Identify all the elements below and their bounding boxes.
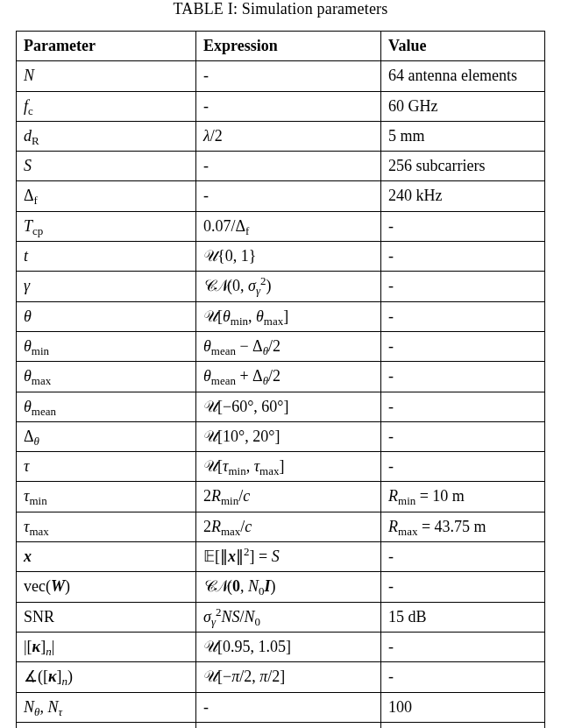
cell-expression: - (196, 722, 381, 728)
cell-expression: 𝒰[τmin, τmax] (196, 452, 381, 482)
cell-value: 240 kHz (381, 181, 545, 211)
table-row: τmax2Rmax/cRmax = 43.75 m (17, 512, 545, 541)
cell-parameter: θmax (17, 362, 196, 392)
cell-value: 256 subcarriers (381, 152, 545, 181)
cell-parameter: |[κ]n| (17, 632, 196, 661)
cell-parameter: vec(W) (17, 572, 196, 602)
cell-expression: - (196, 91, 381, 121)
cell-expression: 𝒰[θmin, θmax] (196, 301, 381, 331)
cell-value: - (381, 331, 545, 361)
cell-value: - (381, 421, 545, 451)
cell-value: - (381, 272, 545, 301)
table-row: τmin2Rmin/cRmin = 10 m (17, 482, 545, 512)
col-header-parameter: Parameter (17, 32, 196, 61)
table-body: N-64 antenna elementsfc-60 GHzdRλ/25 mmS… (17, 61, 545, 728)
table-row: ∡([κ]n)𝒰[−π/2, π/2]- (17, 662, 545, 692)
cell-expression: θmean − Δθ/2 (196, 331, 381, 361)
table-row: Δθ𝒰[10°, 20°]- (17, 421, 545, 451)
cell-parameter: ∡([κ]n) (17, 662, 196, 692)
cell-expression: λ/2 (196, 121, 381, 151)
table-row: Nθ, Nτ-100 (17, 692, 545, 722)
cell-parameter: θmin (17, 331, 196, 361)
cell-expression: 2Rmin/c (196, 482, 381, 512)
cell-expression: 𝔼[‖x‖2] = S (196, 542, 381, 572)
cell-expression: 𝒰[−60°, 60°] (196, 392, 381, 421)
table-row: Tcp0.07/Δf- (17, 211, 545, 241)
simulation-parameters-table: Parameter Expression Value N-64 antenna … (16, 31, 545, 728)
cell-parameter: Tcp (17, 211, 196, 241)
table-row: x𝔼[‖x‖2] = S- (17, 542, 545, 572)
cell-parameter: t (17, 242, 196, 272)
cell-expression: - (196, 152, 381, 181)
table-row: Δf-240 kHz (17, 181, 545, 211)
table-row: τ𝒰[τmin, τmax]- (17, 452, 545, 482)
cell-parameter: Δθ (17, 421, 196, 451)
cell-value: - (381, 362, 545, 392)
cell-expression: 𝒰{0, 1} (196, 242, 381, 272)
cell-expression: θmean + Δθ/2 (196, 362, 381, 392)
cell-parameter: Learning rate (17, 722, 196, 728)
cell-parameter: τmin (17, 482, 196, 512)
table-row: θmean𝒰[−60°, 60°]- (17, 392, 545, 421)
table-row: t𝒰{0, 1}- (17, 242, 545, 272)
cell-value: 15 dB (381, 602, 545, 632)
cell-value: - (381, 242, 545, 272)
cell-value: - (381, 542, 545, 572)
cell-parameter: S (17, 152, 196, 181)
table-row: N-64 antenna elements (17, 61, 545, 91)
cell-value: 10−2 (381, 722, 545, 728)
table-caption: TABLE I: Simulation parameters (16, 0, 545, 18)
table-row: S-256 subcarriers (17, 152, 545, 181)
table-row: θ𝒰[θmin, θmax]- (17, 301, 545, 331)
table-row: θminθmean − Δθ/2- (17, 331, 545, 361)
cell-value: 5 mm (381, 121, 545, 151)
cell-value: - (381, 662, 545, 692)
cell-expression: 2Rmax/c (196, 512, 381, 541)
table-row: |[κ]n|𝒰[0.95, 1.05]- (17, 632, 545, 661)
cell-value: 64 antenna elements (381, 61, 545, 91)
cell-value: - (381, 572, 545, 602)
cell-value: - (381, 452, 545, 482)
cell-expression: 𝒰[10°, 20°] (196, 421, 381, 451)
table-header-row: Parameter Expression Value (17, 32, 545, 61)
cell-value: - (381, 392, 545, 421)
table-row: fc-60 GHz (17, 91, 545, 121)
cell-parameter: Nθ, Nτ (17, 692, 196, 722)
table-row: γ𝒞𝒩(0, σγ2)- (17, 272, 545, 301)
cell-value: - (381, 632, 545, 661)
col-header-expression: Expression (196, 32, 381, 61)
cell-value: - (381, 301, 545, 331)
cell-value: 60 GHz (381, 91, 545, 121)
table-row: Learning rate-10−2 (17, 722, 545, 728)
cell-expression: 𝒞𝒩(0, σγ2) (196, 272, 381, 301)
table-row: dRλ/25 mm (17, 121, 545, 151)
cell-value: Rmax = 43.75 m (381, 512, 545, 541)
cell-parameter: Δf (17, 181, 196, 211)
cell-expression: - (196, 692, 381, 722)
cell-parameter: N (17, 61, 196, 91)
cell-expression: - (196, 181, 381, 211)
cell-parameter: SNR (17, 602, 196, 632)
cell-parameter: x (17, 542, 196, 572)
cell-expression: 𝒞𝒩(0, N0I) (196, 572, 381, 602)
table-row: θmaxθmean + Δθ/2- (17, 362, 545, 392)
cell-parameter: θ (17, 301, 196, 331)
table-row: SNRσγ2NS/N015 dB (17, 602, 545, 632)
cell-parameter: τmax (17, 512, 196, 541)
cell-expression: 𝒰[0.95, 1.05] (196, 632, 381, 661)
cell-parameter: fc (17, 91, 196, 121)
cell-expression: 𝒰[−π/2, π/2] (196, 662, 381, 692)
cell-value: Rmin = 10 m (381, 482, 545, 512)
cell-parameter: dR (17, 121, 196, 151)
cell-expression: - (196, 61, 381, 91)
cell-parameter: θmean (17, 392, 196, 421)
col-header-value: Value (381, 32, 545, 61)
table-row: vec(W)𝒞𝒩(0, N0I)- (17, 572, 545, 602)
cell-value: 100 (381, 692, 545, 722)
cell-expression: 0.07/Δf (196, 211, 381, 241)
cell-parameter: τ (17, 452, 196, 482)
cell-expression: σγ2NS/N0 (196, 602, 381, 632)
cell-parameter: γ (17, 272, 196, 301)
cell-value: - (381, 211, 545, 241)
